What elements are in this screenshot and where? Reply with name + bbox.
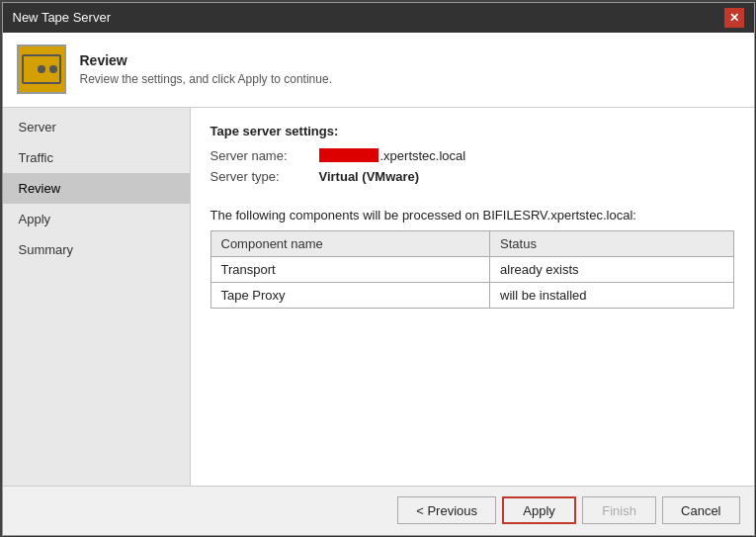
- content-area: Tape server settings: Server name: .xper…: [191, 108, 754, 486]
- tape-icon: [22, 54, 61, 84]
- components-section: The following components will be process…: [210, 208, 734, 309]
- finish-button[interactable]: Finish: [582, 496, 656, 524]
- table-header-row: Component name Status: [210, 230, 733, 256]
- table-row: Transportalready exists: [210, 256, 733, 282]
- server-name-label: Server name:: [210, 148, 319, 163]
- table-row: Tape Proxywill be installed: [210, 282, 733, 308]
- component-name-cell: Transport: [210, 256, 490, 282]
- close-button[interactable]: ✕: [724, 8, 744, 28]
- footer: < Previous Apply Finish Cancel: [3, 486, 754, 535]
- dialog-title: New Tape Server: [13, 10, 111, 25]
- header-subtitle: Review the settings, and click Apply to …: [80, 72, 332, 86]
- dialog: New Tape Server ✕ Review Review the sett…: [2, 2, 755, 536]
- col-header-status: Status: [490, 230, 733, 256]
- tape-server-icon: [17, 45, 66, 94]
- sidebar-item-server[interactable]: Server: [3, 112, 190, 142]
- component-name-cell: Tape Proxy: [210, 282, 490, 308]
- header-section: Review Review the settings, and click Ap…: [3, 33, 754, 108]
- server-name-suffix: .xpertstec.local: [380, 148, 466, 163]
- sidebar-item-summary[interactable]: Summary: [3, 234, 190, 265]
- component-status-cell: already exists: [490, 256, 733, 282]
- server-name-value: .xpertstec.local: [319, 148, 466, 163]
- header-text: Review Review the settings, and click Ap…: [80, 52, 332, 86]
- components-intro: The following components will be process…: [210, 208, 734, 223]
- sidebar-item-apply[interactable]: Apply: [3, 204, 190, 234]
- cancel-button[interactable]: Cancel: [662, 496, 739, 524]
- server-type-label: Server type:: [210, 169, 319, 184]
- component-status-cell: will be installed: [490, 282, 733, 308]
- server-type-value: Virtual (VMware): [319, 169, 420, 184]
- col-header-component: Component name: [210, 230, 490, 256]
- sidebar: Server Traffic Review Apply Summary: [3, 108, 191, 486]
- body-section: Server Traffic Review Apply Summary Tape…: [3, 108, 754, 486]
- sidebar-item-review[interactable]: Review: [3, 173, 190, 204]
- title-bar: New Tape Server ✕: [3, 3, 754, 33]
- header-title: Review: [80, 52, 332, 68]
- server-name-row: Server name: .xpertstec.local: [210, 148, 734, 163]
- redacted-bar: [319, 148, 378, 162]
- components-table: Component name Status Transportalready e…: [210, 230, 734, 309]
- settings-label: Tape server settings:: [210, 124, 734, 138]
- server-type-row: Server type: Virtual (VMware): [210, 169, 734, 184]
- previous-button[interactable]: < Previous: [397, 496, 496, 524]
- sidebar-item-traffic[interactable]: Traffic: [3, 142, 190, 173]
- apply-button[interactable]: Apply: [502, 496, 576, 524]
